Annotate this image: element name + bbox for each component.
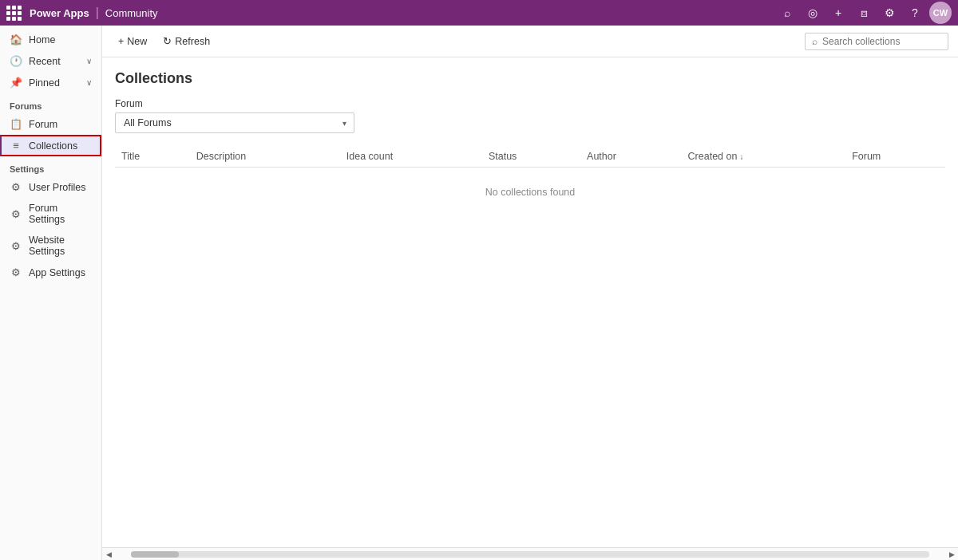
recent-chevron-icon: ∨ — [86, 57, 92, 65]
col-author-label: Author — [587, 151, 616, 162]
plus-icon[interactable]: + — [827, 2, 849, 24]
sidebar-item-collections[interactable]: ≡ Collections — [0, 135, 101, 156]
col-status-label: Status — [489, 151, 517, 162]
refresh-label: Refresh — [175, 36, 210, 47]
forum-label: Forum — [115, 98, 945, 109]
refresh-icon: ↻ — [163, 35, 172, 47]
pinned-chevron-icon: ∨ — [86, 78, 92, 87]
page-body: Collections Forum All Forums ▾ Title Des… — [102, 57, 958, 547]
search-box[interactable]: ⌕ — [805, 33, 948, 50]
app-settings-icon: ⚙ — [10, 266, 22, 278]
sort-desc-icon: ↓ — [739, 152, 743, 161]
empty-message: No collections found — [115, 168, 945, 218]
sidebar-label-forum-settings: Forum Settings — [29, 203, 92, 225]
sidebar-label-user-profiles: User Profiles — [29, 182, 86, 193]
col-title-label: Title — [121, 151, 140, 162]
col-created-on-sort[interactable]: Created on ↓ — [688, 151, 840, 162]
topbar-icons: ⌕ ◎ + ⧈ ⚙ ? CW — [776, 2, 952, 24]
sidebar-item-app-settings[interactable]: ⚙ App Settings — [0, 262, 101, 283]
col-description-label: Description — [196, 151, 247, 162]
sidebar-label-collections: Collections — [29, 140, 77, 152]
new-icon: + — [118, 36, 124, 47]
scrollbar-thumb[interactable] — [131, 551, 179, 558]
forum-select-wrap: All Forums ▾ — [115, 112, 354, 133]
sidebar-item-website-settings[interactable]: ⚙ Website Settings — [0, 230, 101, 262]
search-icon: ⌕ — [812, 36, 817, 47]
home-icon: 🏠 — [10, 34, 22, 45]
pinned-icon: 📌 — [10, 77, 22, 89]
help-icon[interactable]: ? — [904, 2, 926, 24]
col-forum-label: Forum — [852, 151, 881, 162]
sidebar-section-forums: Forums — [0, 93, 101, 113]
topbar-left: Power Apps | Community — [6, 6, 770, 21]
sidebar-label-website-settings: Website Settings — [29, 235, 92, 257]
settings-icon[interactable]: ⚙ — [878, 2, 901, 24]
avatar[interactable]: CW — [929, 2, 952, 24]
scroll-right-arrow[interactable]: ▶ — [945, 550, 958, 558]
forum-select[interactable]: All Forums — [115, 112, 354, 133]
new-button[interactable]: + New — [112, 33, 153, 50]
sidebar-label-recent: Recent — [29, 56, 61, 67]
search-input[interactable] — [822, 36, 941, 47]
col-created-on-label: Created on — [688, 151, 738, 162]
sidebar-item-pinned[interactable]: 📌 Pinned ∨ — [0, 72, 101, 93]
grid-icon[interactable] — [6, 6, 22, 21]
col-status: Status — [482, 146, 580, 168]
table-body: No collections found — [115, 168, 945, 218]
collections-table: Title Description Idea count Status Auth… — [115, 146, 945, 217]
sidebar: 🏠 Home 🕐 Recent ∨ 📌 Pinned ∨ Forums 📋 Fo… — [0, 26, 102, 560]
collections-icon: ≡ — [10, 140, 22, 152]
refresh-button[interactable]: ↻ Refresh — [156, 32, 216, 50]
table-wrap: Title Description Idea count Status Auth… — [115, 146, 945, 547]
user-profiles-icon: ⚙ — [10, 181, 22, 193]
col-created-on[interactable]: Created on ↓ — [682, 146, 846, 168]
sidebar-item-forum[interactable]: 📋 Forum — [0, 113, 101, 135]
new-label: New — [127, 36, 147, 47]
empty-row: No collections found — [115, 168, 945, 218]
search-icon[interactable]: ⌕ — [776, 2, 798, 24]
col-description: Description — [190, 146, 340, 168]
table-header-row: Title Description Idea count Status Auth… — [115, 146, 945, 168]
scroll-left-arrow[interactable]: ◀ — [102, 550, 115, 558]
sidebar-label-pinned: Pinned — [29, 77, 60, 89]
sidebar-section-settings: Settings — [0, 156, 101, 176]
col-idea-count: Idea count — [340, 146, 482, 168]
forum-icon: 📋 — [10, 118, 22, 130]
sidebar-label-home: Home — [29, 34, 55, 45]
sidebar-label-forum: Forum — [29, 119, 57, 130]
forum-settings-icon: ⚙ — [10, 208, 22, 220]
topbar-context: Community — [105, 7, 158, 19]
topbar-divider: | — [96, 6, 99, 20]
sidebar-item-forum-settings[interactable]: ⚙ Forum Settings — [0, 198, 101, 230]
horizontal-scrollbar[interactable] — [131, 551, 929, 558]
col-author: Author — [580, 146, 682, 168]
table-header: Title Description Idea count Status Auth… — [115, 146, 945, 168]
toolbar: + New ↻ Refresh ⌕ — [102, 26, 958, 57]
col-forum: Forum — [845, 146, 945, 168]
filter-icon[interactable]: ⧈ — [853, 2, 875, 24]
app-name: Power Apps — [30, 7, 89, 19]
website-settings-icon: ⚙ — [10, 240, 22, 252]
col-title: Title — [115, 146, 190, 168]
main-layout: 🏠 Home 🕐 Recent ∨ 📌 Pinned ∨ Forums 📋 Fo… — [0, 26, 958, 560]
col-idea-count-label: Idea count — [346, 151, 393, 162]
topbar: Power Apps | Community ⌕ ◎ + ⧈ ⚙ ? CW — [0, 0, 958, 26]
content-area: + New ↻ Refresh ⌕ Collections Forum All … — [102, 26, 958, 560]
recent-icon: 🕐 — [10, 55, 22, 67]
bookmark-icon[interactable]: ◎ — [802, 2, 824, 24]
sidebar-label-app-settings: App Settings — [29, 267, 85, 278]
sidebar-item-user-profiles[interactable]: ⚙ User Profiles — [0, 176, 101, 198]
bottom-scrollbar: ◀ ▶ — [102, 547, 958, 560]
sidebar-item-recent[interactable]: 🕐 Recent ∨ — [0, 50, 101, 72]
sidebar-item-home[interactable]: 🏠 Home — [0, 29, 101, 50]
page-title: Collections — [115, 70, 945, 87]
